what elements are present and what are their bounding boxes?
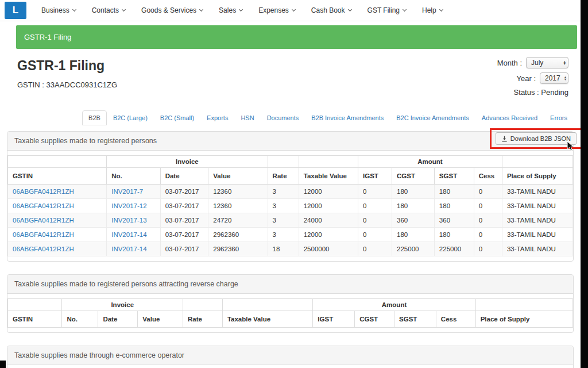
- reverse-charge-table: InvoiceAmountGSTINNo.DateValueRateTaxabl…: [7, 298, 573, 328]
- tab-b2b[interactable]: B2B: [82, 110, 107, 125]
- year-select[interactable]: 2017 ▲▼: [540, 72, 568, 84]
- column-group-spacer: [268, 156, 299, 168]
- select-stepper-icon: ▲▼: [564, 76, 567, 81]
- cell-date: 03-07-2017: [160, 199, 208, 213]
- nav-expenses[interactable]: Expenses: [250, 6, 303, 14]
- gstin-link[interactable]: 06ABGFA0412R1ZH: [13, 246, 74, 252]
- select-stepper-icon: ▲▼: [563, 60, 566, 66]
- year-label: Year :: [517, 74, 536, 83]
- cell-cess: 0: [474, 228, 502, 242]
- cell-no-[interactable]: INV2017-14: [107, 242, 160, 256]
- nav-help[interactable]: Help: [414, 6, 451, 14]
- tab-exports[interactable]: Exports: [200, 110, 234, 125]
- invoice-number-link[interactable]: INV2017-14: [111, 246, 146, 252]
- nav-help-label: Help: [422, 6, 436, 14]
- cell-taxable-value: 12000: [299, 199, 358, 213]
- invoice-number-link[interactable]: INV2017-14: [111, 231, 146, 238]
- nav-business-label: Business: [41, 6, 69, 14]
- invoice-number-link[interactable]: INV2017-7: [111, 188, 143, 195]
- cell-gstin[interactable]: 06ABGFA0412R1ZH: [8, 185, 107, 199]
- chevron-down-icon: [292, 7, 296, 12]
- download-icon: [501, 136, 508, 142]
- panel-reverse-charge-body: InvoiceAmountGSTINNo.DateValueRateTaxabl…: [7, 294, 573, 332]
- column-header-no-: No.: [107, 168, 160, 185]
- tab-b2b-invoice-amendments[interactable]: B2B Invoice Amendments: [305, 110, 390, 125]
- mouse-cursor-icon: [567, 141, 575, 151]
- tab-b2c-invoice-amendments[interactable]: B2C Invoice Amendments: [390, 110, 475, 125]
- b2b-table-header: InvoiceAmountGSTINNo.DateValueRateTaxabl…: [8, 156, 573, 185]
- nav-goods-services[interactable]: Goods & Services: [133, 6, 211, 14]
- cell-date: 03-07-2017: [160, 228, 208, 242]
- window-edge-right: [581, 0, 588, 368]
- cell-rate: 3: [268, 199, 299, 213]
- cell-gstin[interactable]: 06ABGFA0412R1ZH: [8, 228, 107, 242]
- nav-gst-filing[interactable]: GST Filing: [359, 6, 414, 14]
- tab-documents[interactable]: Documents: [261, 110, 305, 125]
- app-logo[interactable]: L: [5, 2, 26, 19]
- column-header-taxable-value: Taxable Value: [222, 311, 312, 328]
- download-b2b-json-button[interactable]: Download B2B JSON: [496, 132, 577, 145]
- cell-value: 12360: [208, 185, 268, 199]
- invoice-number-link[interactable]: INV2017-12: [111, 202, 146, 209]
- section-title-ecommerce: Taxable supplies made through e-commerce…: [14, 351, 184, 359]
- cell-sgst: 225000: [434, 242, 474, 256]
- nav-cash-book-label: Cash Book: [311, 6, 345, 14]
- section-title-reverse-charge: Taxable supplies made to registered pers…: [14, 280, 238, 288]
- cell-date: 03-07-2017: [160, 213, 208, 228]
- gstin-link[interactable]: 06ABGFA0412R1ZH: [13, 217, 74, 224]
- nav-cash-book[interactable]: Cash Book: [303, 6, 359, 14]
- tab-errors[interactable]: Errors: [544, 110, 574, 125]
- cell-no-[interactable]: INV2017-7: [107, 185, 160, 199]
- filing-period-controls: Month : July ▲▼ Year : 2017 ▲▼ Status : …: [497, 57, 568, 97]
- tab-b2c-large[interactable]: B2C (Large): [107, 110, 154, 125]
- nav-contacts[interactable]: Contacts: [84, 6, 133, 14]
- nav-business[interactable]: Business: [33, 6, 84, 14]
- cell-igst: 0: [358, 242, 392, 256]
- panel-reverse-charge: Taxable supplies made to registered pers…: [7, 274, 574, 333]
- column-group-spacer: [475, 299, 572, 311]
- year-row: Year : 2017 ▲▼: [497, 72, 568, 84]
- chevron-down-icon: [199, 7, 203, 12]
- panel-ecommerce-body: InvoiceAmountGSTINNo.DateValueRateTaxabl…: [7, 365, 573, 368]
- cell-cgst: 360: [392, 213, 435, 228]
- nav-gst-filing-label: GST Filing: [368, 6, 400, 14]
- cell-cgst: 180: [392, 185, 435, 199]
- cell-gstin[interactable]: 06ABGFA0412R1ZH: [8, 199, 107, 213]
- cell-place-of-supply: 33-TAMIL NADU: [502, 228, 572, 242]
- cell-gstin[interactable]: 06ABGFA0412R1ZH: [8, 242, 107, 256]
- tab-advances-received[interactable]: Advances Received: [475, 110, 544, 125]
- panel-b2b-heading: Taxable supplies made to registered pers…: [7, 132, 573, 151]
- gstin-line: GSTIN : 33AADCC0931C1ZG: [17, 80, 117, 89]
- gstin-link[interactable]: 06ABGFA0412R1ZH: [13, 231, 74, 238]
- cell-sgst: 180: [434, 185, 474, 199]
- column-header-cess: Cess: [474, 168, 502, 185]
- cell-gstin[interactable]: 06ABGFA0412R1ZH: [8, 213, 107, 228]
- month-select[interactable]: July ▲▼: [526, 57, 568, 68]
- column-header-sgst: SGST: [434, 168, 474, 185]
- cell-no-[interactable]: INV2017-14: [107, 228, 160, 242]
- invoice-number-link[interactable]: INV2017-13: [111, 217, 146, 224]
- gstin-link[interactable]: 06ABGFA0412R1ZH: [13, 202, 74, 209]
- cell-rate: 18: [268, 242, 299, 256]
- column-group-amount: Amount: [313, 299, 475, 311]
- cell-rate: 3: [268, 213, 299, 228]
- panel-reverse-charge-heading: Taxable supplies made to registered pers…: [7, 275, 573, 294]
- gstin-link[interactable]: 06ABGFA0412R1ZH: [13, 188, 74, 195]
- page-banner: GSTR-1 Filing: [16, 25, 577, 49]
- cell-value: 2962360: [208, 242, 268, 256]
- cell-no-[interactable]: INV2017-13: [107, 213, 160, 228]
- tab-b2c-small[interactable]: B2C (Small): [154, 110, 200, 125]
- column-group-invoice: Invoice: [107, 156, 268, 168]
- column-header-cgst: CGST: [392, 168, 435, 185]
- panel-b2b-body: InvoiceAmountGSTINNo.DateValueRateTaxabl…: [7, 151, 573, 261]
- invoice-row: 06ABGFA0412R1ZHINV2017-703-07-2017123603…: [8, 185, 573, 199]
- nav-goods-services-label: Goods & Services: [141, 6, 196, 14]
- column-group-spacer: [222, 299, 312, 311]
- nav-sales[interactable]: Sales: [211, 6, 250, 14]
- page-title: GSTR-1 Filing: [17, 58, 117, 74]
- nav-expenses-label: Expenses: [258, 6, 289, 14]
- cell-no-[interactable]: INV2017-12: [107, 199, 160, 213]
- tab-hsn[interactable]: HSN: [234, 110, 260, 125]
- chevron-down-icon: [348, 7, 352, 12]
- column-group-spacer: [8, 156, 107, 168]
